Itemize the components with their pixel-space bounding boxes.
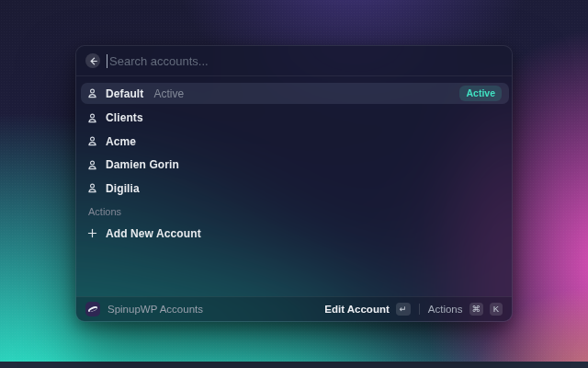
account-row-clients[interactable]: Clients	[81, 108, 509, 129]
back-button[interactable]	[85, 53, 100, 68]
account-row-acme[interactable]: Acme	[81, 131, 509, 152]
add-account-label: Add New Account	[106, 227, 201, 240]
wallpaper-bottom-strip	[0, 362, 588, 368]
account-name: Acme	[106, 135, 136, 148]
person-icon	[86, 112, 98, 124]
actions-section-header: Actions	[88, 206, 121, 217]
account-name: Digilia	[106, 182, 140, 195]
arrow-left-icon	[89, 57, 97, 65]
person-icon	[86, 87, 98, 99]
account-subtitle: Active	[153, 87, 184, 100]
actions-menu-trigger[interactable]: Actions	[428, 304, 463, 315]
account-switcher-panel: Default Active Active Clients Acme Damie…	[75, 45, 513, 322]
footer-actions: Edit Account ↵ Actions ⌘ K	[324, 303, 503, 316]
account-name: Default	[106, 87, 143, 100]
footer-divider	[419, 304, 420, 315]
search-input[interactable]	[109, 54, 503, 68]
add-new-account-button[interactable]: Add New Account	[81, 223, 509, 244]
active-badge: Active	[459, 86, 502, 101]
footer-app-name: SpinupWP Accounts	[107, 304, 203, 315]
account-row-default[interactable]: Default Active Active	[81, 83, 509, 104]
plus-icon	[86, 227, 98, 239]
account-row-digilia[interactable]: Digilia	[81, 178, 509, 199]
person-icon	[86, 182, 98, 194]
person-icon	[86, 159, 98, 171]
k-key-icon[interactable]: K	[490, 303, 503, 316]
edit-account-action[interactable]: Edit Account	[324, 304, 390, 315]
text-caret	[107, 54, 107, 68]
account-name: Damien Gorin	[106, 158, 179, 171]
person-icon	[86, 135, 98, 147]
account-name: Clients	[106, 111, 143, 124]
enter-key-icon[interactable]: ↵	[396, 303, 411, 316]
panel-footer: SpinupWP Accounts Edit Account ↵ Actions…	[76, 296, 512, 321]
account-row-damien-gorin[interactable]: Damien Gorin	[81, 155, 509, 176]
spinupwp-logo-icon[interactable]	[85, 302, 100, 316]
search-bar	[76, 46, 512, 76]
cmd-key-icon[interactable]: ⌘	[469, 303, 484, 316]
